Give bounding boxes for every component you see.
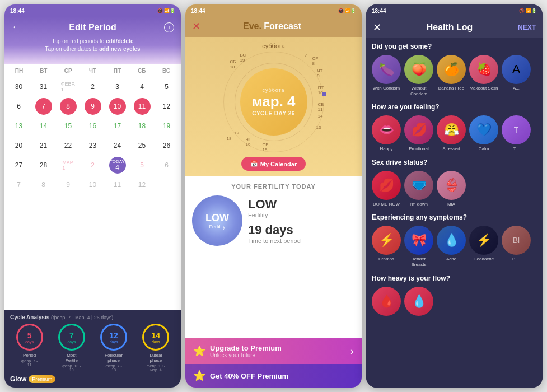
phone2-eve-forecast: 18:44 📵 📶🔋 ✕ Eve. Forecast суббота суббо… [185, 4, 362, 388]
cal-feb1[interactable]: ФЕВР.1 [56, 77, 80, 96]
cal-5[interactable]: 5 [130, 156, 154, 175]
icon-emotional[interactable]: 💋 Emotional [404, 115, 433, 152]
day-label-sb18: СБ18 [230, 59, 236, 69]
icon-im-down[interactable]: 🩲 I'm down [404, 171, 433, 207]
icon-stressed[interactable]: 😤 Stressed [437, 115, 466, 152]
cal-4[interactable]: 4 [130, 77, 154, 96]
cal-9b[interactable]: 9 [56, 175, 80, 194]
day-of-week: суббота [262, 43, 285, 49]
day-label-18: 18 [227, 136, 232, 141]
cal-30[interactable]: 30 [7, 77, 31, 96]
close-button[interactable]: ✕ [192, 20, 200, 32]
icon-without-condom[interactable]: 🍑 Without Condom [404, 55, 433, 96]
cal-20[interactable]: 20 [7, 136, 31, 155]
day-label-7: 7 [305, 53, 307, 58]
cal-2b[interactable]: 2 [81, 156, 105, 175]
cal-today4[interactable]: TODAY4 [109, 157, 126, 174]
back-button[interactable]: ← [11, 21, 21, 33]
cal-27[interactable]: 27 [7, 156, 31, 175]
icon-headache[interactable]: ⚡ Headache [469, 226, 498, 267]
section-title-flow: How heavy is your flow? [372, 274, 537, 282]
center-date-circle: суббота мар. 4 CYCLE DAY 26 [240, 68, 307, 136]
phone1-header: ← Edit Period i Tap on red periods to ed… [4, 17, 181, 64]
phone2-orbit-area: суббота суббота мар. 4 CYCLE DAY 26 7 СР… [185, 37, 362, 176]
icon-flow-heavy[interactable]: 💧 [404, 287, 433, 318]
cal-22[interactable]: 22 [56, 136, 80, 155]
phone2-fertility: YOUR FERTILITY TODAY LOW Fertility LOW F… [185, 176, 362, 338]
icon-banana-free[interactable]: 🍊 Banana Free [437, 55, 466, 96]
cal-11-period[interactable]: 11 [134, 98, 151, 115]
cal-7-period[interactable]: 7 [35, 98, 52, 115]
icon-with-condom[interactable]: 🍆 With Condom [372, 55, 401, 96]
cal-12b[interactable]: 12 [130, 175, 154, 194]
stat-circle-luteal: 14 days [142, 324, 169, 351]
icon-do-me-now[interactable]: 💋 DO ME NOW [372, 171, 401, 207]
calendar-day-names: ПН ВТ СР ЧТ ПТ СБ ВС [4, 64, 181, 76]
phone3-status-icons: 📵 📶🔋 [519, 8, 537, 13]
upgrade-banner[interactable]: ⭐ Upgrade to Premium Unlock your future.… [185, 338, 362, 364]
cal-8b[interactable]: 8 [31, 175, 55, 194]
cal-8-period[interactable]: 8 [60, 98, 77, 115]
icon-more-sex[interactable]: A A... [502, 55, 531, 96]
phone3-status-bar: 18:44 📵 📶🔋 [366, 4, 543, 17]
icon-acne[interactable]: 💧 Acne [437, 226, 466, 267]
stat-luteal: 14 days Lutealphase февр. 19 -мар. 4 [137, 324, 175, 372]
cal-31[interactable]: 31 [31, 77, 55, 96]
phone1-edit-period: 18:44 📵 📶🔋 ← Edit Period i Tap on red pe… [4, 4, 181, 388]
cal-2[interactable]: 2 [81, 77, 105, 96]
cal-21[interactable]: 21 [31, 136, 55, 155]
cal-6b[interactable]: 6 [155, 156, 179, 175]
day-label-sr8: СР8 [312, 56, 318, 66]
icon-flow-light[interactable]: 🩸 [372, 287, 401, 318]
cal-26[interactable]: 26 [155, 136, 179, 155]
discount-icon: ⭐ [193, 370, 205, 382]
day-label-16: ЧТ16 [246, 137, 251, 147]
cal-16[interactable]: 16 [81, 116, 105, 136]
icon-happy[interactable]: 👄 Happy [372, 115, 401, 152]
cal-9-period[interactable]: 9 [85, 98, 101, 115]
close-button[interactable]: ✕ [373, 21, 381, 34]
cal-19[interactable]: 19 [155, 116, 179, 136]
cal-17[interactable]: 17 [105, 116, 129, 136]
cal-24[interactable]: 24 [105, 136, 129, 155]
cal-15[interactable]: 15 [56, 116, 80, 136]
cal-23[interactable]: 23 [81, 136, 105, 155]
cal-14[interactable]: 14 [31, 116, 55, 136]
phone2-status-icons: 📵 📶🔋 [338, 8, 356, 13]
day-label-11: СБ11 [317, 102, 324, 112]
cal-12[interactable]: 12 [155, 97, 179, 116]
icon-tender-breasts[interactable]: 🎀 Tender Breasts [404, 226, 433, 267]
cal-18[interactable]: 18 [130, 116, 154, 136]
icon-cramps[interactable]: ⚡ Cramps [372, 226, 401, 267]
glow-logo: Glow Premium [10, 375, 175, 383]
info-button[interactable]: i [164, 22, 174, 32]
cal-13[interactable]: 13 [7, 116, 31, 136]
fertility-info: LOW Fertility 19 days Time to next perio… [248, 197, 355, 244]
icon-calm[interactable]: 💙 Calm [469, 115, 498, 152]
section-title-sex: Did you get some? [372, 43, 537, 50]
icon-mia[interactable]: 👙 MIA [437, 171, 466, 207]
next-button[interactable]: NEXT [518, 24, 536, 31]
icon-makeout-sesh[interactable]: 🍓 Makeout Sesh [469, 55, 498, 96]
icon-more-feeling[interactable]: T T... [502, 115, 531, 152]
icon-bloating[interactable]: Bl Bl... [502, 226, 531, 267]
phone1-status-bar: 18:44 📵 📶🔋 [4, 4, 181, 17]
cal-28[interactable]: 28 [31, 156, 55, 175]
cal-6[interactable]: 6 [7, 97, 31, 116]
cal-25[interactable]: 25 [130, 136, 154, 155]
cal-5[interactable]: 5 [155, 77, 179, 96]
my-calendar-button[interactable]: 📅 My Calendar [241, 157, 306, 171]
cal-7b[interactable]: 7 [7, 175, 31, 194]
cal-11b[interactable]: 11 [105, 175, 129, 194]
discount-banner[interactable]: ⭐ Get 40% OFF Premium [185, 364, 362, 388]
section-title-sex-drive: Sex drive status? [372, 158, 537, 166]
phone1-status-icons: 📵 📶🔋 [157, 8, 175, 13]
sex-icons-row: 🍆 With Condom 🍑 Without Condom 🍊 Banana … [372, 55, 537, 96]
day-label-vs19: ВС19 [240, 53, 246, 63]
cal-3[interactable]: 3 [105, 77, 129, 96]
cal-10b[interactable]: 10 [81, 175, 105, 194]
day-label-15: СР15 [263, 142, 269, 152]
cal-10-period[interactable]: 10 [109, 98, 126, 115]
cal-mar1[interactable]: МАР.1 [56, 156, 80, 175]
phone2-time: 18:44 [191, 8, 205, 14]
